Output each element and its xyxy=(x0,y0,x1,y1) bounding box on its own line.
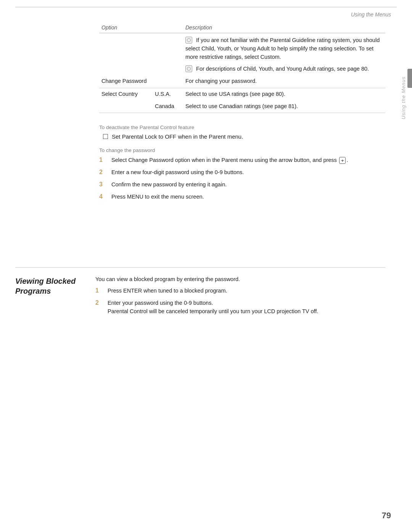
step-text: Confirm the new password by entering it … xyxy=(111,181,227,189)
step-text: Enter your password using the 0-9 button… xyxy=(108,299,318,316)
title-line1: Viewing Blocked xyxy=(15,277,76,285)
step-number: 2 xyxy=(99,168,110,176)
list-item: 1 Select Change Password option when in … xyxy=(99,156,385,165)
side-tab xyxy=(407,69,412,88)
step-number: 1 xyxy=(95,287,106,295)
change-password-heading: To change the password xyxy=(99,147,385,153)
step-number: 2 xyxy=(95,299,106,307)
viewing-blocked-steps: 1 Press ENTER when tuned to a blocked pr… xyxy=(95,287,385,315)
viewing-blocked-content: Viewing Blocked Programs You can view a … xyxy=(15,276,385,319)
step-text: Press MENU to exit the menu screen. xyxy=(111,193,204,201)
table-row: If you are not familiar with the Parenta… xyxy=(99,33,385,63)
desc-change-password: For changing your password. xyxy=(183,75,385,88)
table-row: For descriptions of Child, Youth, and Yo… xyxy=(99,63,385,75)
page-number: 79 xyxy=(382,511,391,521)
checkbox-text: Set Parental Lock to OFF when in the Par… xyxy=(112,133,243,140)
checkbox-item: Set Parental Lock to OFF when in the Par… xyxy=(99,133,385,140)
vertical-label: Using the Menus xyxy=(401,76,406,120)
option-select-country: Select Country xyxy=(99,88,153,100)
step-number: 1 xyxy=(99,156,110,164)
list-item: 1 Press ENTER when tuned to a blocked pr… xyxy=(95,287,385,295)
row-desc-1: If you are not familiar with the Parenta… xyxy=(185,37,380,60)
title-line2: Programs xyxy=(15,287,51,295)
main-content: Option Description If you are not famili… xyxy=(99,23,385,205)
viewing-blocked-section: Viewing Blocked Programs You can view a … xyxy=(15,267,385,319)
list-item: 3 Confirm the new password by entering i… xyxy=(99,181,385,189)
viewing-blocked-intro: You can view a blocked program by enteri… xyxy=(95,276,385,282)
step-number: 4 xyxy=(99,193,110,201)
bullet-icon xyxy=(185,37,192,44)
step-text: Select Change Password option when in th… xyxy=(111,156,348,165)
step-text: Press ENTER when tuned to a blocked prog… xyxy=(108,287,227,295)
list-item: 2 Enter your password using the 0-9 butt… xyxy=(95,299,385,316)
checkbox-icon xyxy=(103,134,108,139)
table-row: Change Password For changing your passwo… xyxy=(99,75,385,88)
viewing-blocked-title-block: Viewing Blocked Programs xyxy=(15,276,95,296)
table-row: Canada Select to use Canadian ratings (s… xyxy=(99,100,385,113)
bullet-icon xyxy=(185,65,192,72)
option-change-password: Change Password xyxy=(99,75,153,88)
plus-btn-icon: + xyxy=(339,157,346,164)
deactivate-section: To deactivate the Parental Control featu… xyxy=(99,125,385,140)
sub-usa: U.S.A. xyxy=(153,88,183,100)
table-row: Select Country U.S.A. Select to use USA … xyxy=(99,88,385,100)
desc-usa: Select to use USA ratings (see page 80). xyxy=(183,88,385,100)
viewing-blocked-title: Viewing Blocked Programs xyxy=(15,276,95,296)
section-divider xyxy=(15,267,385,268)
col-header-option: Option xyxy=(99,23,153,33)
list-item: 2 Enter a new four-digit password using … xyxy=(99,168,385,177)
row-desc-2: For descriptions of Child, Youth, and Yo… xyxy=(196,66,369,72)
step-number: 3 xyxy=(99,181,110,189)
page-top-border xyxy=(15,7,397,7)
header-title-right: Using the Menus xyxy=(351,11,391,18)
viewing-blocked-body: You can view a blocked program by enteri… xyxy=(95,276,385,319)
step-text: Enter a new four-digit password using th… xyxy=(111,168,244,177)
change-password-section: To change the password 1 Select Change P… xyxy=(99,147,385,201)
change-password-steps: 1 Select Change Password option when in … xyxy=(99,156,385,201)
option-table: Option Description If you are not famili… xyxy=(99,23,385,113)
col-header-description: Description xyxy=(183,23,385,33)
desc-canada: Select to use Canadian ratings (see page… xyxy=(183,100,385,113)
col-header-sub xyxy=(153,23,183,33)
deactivate-heading: To deactivate the Parental Control featu… xyxy=(99,125,385,130)
list-item: 4 Press MENU to exit the menu screen. xyxy=(99,193,385,201)
sub-canada: Canada xyxy=(153,100,183,113)
